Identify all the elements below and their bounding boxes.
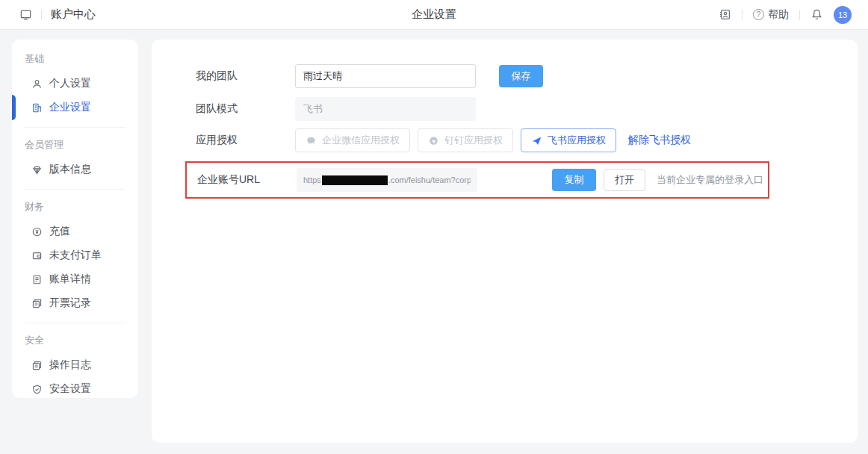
copy-button[interactable]: 复制	[552, 169, 596, 191]
save-button[interactable]: 保存	[499, 65, 543, 87]
team-name-input[interactable]	[295, 64, 476, 88]
sidebar-item-recharge[interactable]: 充值	[12, 220, 138, 243]
dingtalk-auth-button[interactable]: 钉钉应用授权	[418, 128, 513, 152]
redacted-block	[322, 175, 388, 185]
active-indicator	[12, 95, 16, 120]
wechat-icon	[306, 135, 317, 146]
sidebar-divider	[25, 189, 125, 190]
open-button[interactable]: 打开	[604, 169, 645, 191]
sidebar-item-operation-logs[interactable]: 操作日志	[12, 354, 138, 376]
app-logo-icon[interactable]	[19, 8, 32, 21]
sidebar-section-title: 财务	[12, 199, 138, 215]
dingtalk-icon	[428, 135, 439, 146]
sidebar-item-label: 账单详情	[49, 273, 91, 286]
team-mode-row: 团队模式	[196, 97, 858, 121]
team-mode-input	[295, 97, 476, 121]
sidebar-item-label: 版本信息	[49, 163, 91, 176]
app-auth-label: 应用授权	[196, 134, 295, 147]
corp-url-row: 企业账号URL https .com/feishu/team?corp=cli_…	[197, 168, 768, 192]
sidebar-item-invoice-records[interactable]: 开票记录	[12, 292, 138, 314]
sidebar-divider	[25, 323, 125, 323]
header-divider	[742, 10, 743, 20]
feishu-icon	[531, 135, 542, 146]
sidebar-item-bill-details[interactable]: 账单详情	[12, 268, 138, 290]
sidebar-item-personal-settings[interactable]: 个人设置	[12, 72, 138, 95]
highlight-red-box: 企业账号URL https .com/feishu/team?corp=cli_…	[185, 161, 769, 199]
sidebar-item-label: 个人设置	[49, 77, 91, 90]
help-label: 帮助	[768, 8, 789, 22]
invoice-icon	[31, 298, 43, 309]
team-name-row: 我的团队 保存	[196, 64, 858, 88]
sidebar-item-unpaid-orders[interactable]: 未支付订单	[12, 244, 138, 267]
url-prefix: https	[303, 175, 321, 184]
enterprise-settings-panel: 我的团队 保存 团队模式 应用授权 企业微信应用授权	[152, 40, 858, 443]
avatar[interactable]: 13	[834, 6, 852, 24]
unbind-feishu-link[interactable]: 解除飞书授权	[628, 134, 691, 147]
coin-icon	[31, 226, 43, 237]
app-auth-row: 应用授权 企业微信应用授权 钉钉应用授权	[196, 128, 858, 152]
sidebar-section-title: 会员管理	[12, 137, 138, 153]
sidebar-section-title: 基础	[12, 51, 138, 67]
sidebar-item-label: 充值	[49, 225, 70, 238]
header-divider	[799, 10, 800, 20]
app-title: 账户中心	[51, 7, 96, 22]
shield-icon	[31, 384, 43, 395]
sidebar-item-label: 未支付订单	[49, 249, 102, 262]
top-header: 账户中心 企业设置 ? 帮助 13	[0, 0, 868, 30]
sidebar: 基础 个人设置 企业设置 会员管理 版本信息 财务	[12, 40, 138, 398]
person-icon	[31, 78, 43, 90]
sidebar-section-title: 安全	[12, 332, 138, 349]
dingtalk-auth-label: 钉钉应用授权	[444, 134, 503, 147]
help-button[interactable]: ? 帮助	[753, 8, 789, 22]
header-divider	[41, 10, 42, 20]
corp-url-field: https .com/feishu/team?corp=cli_a1...	[297, 168, 477, 192]
team-name-label: 我的团队	[196, 69, 295, 83]
sidebar-item-version-info[interactable]: 版本信息	[12, 158, 138, 181]
wechat-auth-button[interactable]: 企业微信应用授权	[295, 128, 410, 152]
wechat-auth-label: 企业微信应用授权	[322, 134, 400, 147]
bill-icon	[31, 274, 43, 285]
wallet-icon	[31, 250, 43, 261]
sidebar-item-label: 开票记录	[49, 296, 91, 310]
gem-icon	[31, 164, 43, 175]
sidebar-item-label: 操作日志	[49, 358, 91, 372]
url-suffix: .com/feishu/team?corp=cli_a1...	[388, 175, 471, 184]
contacts-icon[interactable]	[719, 8, 731, 21]
log-icon	[31, 360, 43, 371]
feishu-auth-button[interactable]: 飞书应用授权	[521, 128, 616, 152]
sidebar-item-enterprise-settings[interactable]: 企业设置	[12, 96, 138, 119]
corp-url-label: 企业账号URL	[197, 173, 297, 187]
login-entry-hint: 当前企业专属的登录入口	[657, 173, 763, 187]
question-icon: ?	[753, 9, 764, 20]
sidebar-item-security-settings[interactable]: 安全设置	[12, 378, 138, 400]
page-title: 企业设置	[224, 7, 644, 22]
notification-bell-icon[interactable]	[810, 8, 823, 21]
feishu-auth-label: 飞书应用授权	[548, 134, 606, 147]
sidebar-divider	[25, 127, 125, 128]
sidebar-item-label: 安全设置	[49, 382, 91, 396]
building-icon	[31, 102, 43, 114]
team-mode-label: 团队模式	[196, 102, 295, 116]
sidebar-item-label: 企业设置	[49, 101, 91, 114]
